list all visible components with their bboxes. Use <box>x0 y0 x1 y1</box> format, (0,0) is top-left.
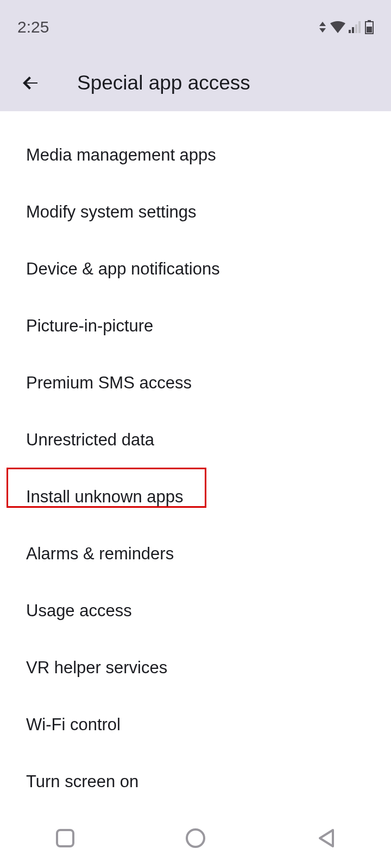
list-item-label: Modify system settings <box>26 202 197 222</box>
list-item-label: Device & app notifications <box>26 259 220 279</box>
settings-list: Media management apps Modify system sett… <box>0 111 391 810</box>
list-item-label: Alarms & reminders <box>26 544 174 564</box>
status-icons <box>318 20 374 34</box>
svg-rect-7 <box>57 830 73 846</box>
svg-rect-3 <box>358 21 361 33</box>
list-item-label: Turn screen on <box>26 772 138 792</box>
list-item-usage-access[interactable]: Usage access <box>0 582 391 639</box>
list-item-unrestricted-data[interactable]: Unrestricted data <box>0 411 391 468</box>
list-item-label: VR helper services <box>26 658 167 678</box>
svg-rect-0 <box>349 30 351 33</box>
app-bar: Special app access <box>0 54 391 111</box>
nav-home-button[interactable] <box>182 825 209 852</box>
circle-icon <box>185 828 206 848</box>
nav-recent-button[interactable] <box>52 825 79 852</box>
list-item-label: Picture-in-picture <box>26 316 153 336</box>
svg-rect-6 <box>367 27 372 33</box>
list-item-label: Wi-Fi control <box>26 715 121 735</box>
list-item-premium-sms[interactable]: Premium SMS access <box>0 354 391 411</box>
arrow-back-icon <box>21 73 41 93</box>
list-item-label: Install unknown apps <box>26 487 184 507</box>
list-item-turn-screen-on[interactable]: Turn screen on <box>0 753 391 810</box>
status-time: 2:25 <box>17 18 49 36</box>
data-icon <box>318 22 327 33</box>
list-item-label: Unrestricted data <box>26 430 154 450</box>
list-item-media-management[interactable]: Media management apps <box>0 126 391 183</box>
page-title: Special app access <box>77 72 250 94</box>
list-item-wifi-control[interactable]: Wi-Fi control <box>0 696 391 753</box>
wifi-icon <box>330 21 345 33</box>
back-button[interactable] <box>17 69 45 97</box>
list-item-alarms-reminders[interactable]: Alarms & reminders <box>0 525 391 582</box>
list-item-modify-system-settings[interactable]: Modify system settings <box>0 183 391 240</box>
list-item-label: Media management apps <box>26 145 216 165</box>
square-icon <box>56 829 74 847</box>
navigation-bar <box>0 808 391 868</box>
svg-rect-1 <box>352 27 354 33</box>
signal-icon <box>349 21 362 33</box>
list-item-label: Premium SMS access <box>26 373 192 393</box>
list-item-vr-helper[interactable]: VR helper services <box>0 639 391 696</box>
list-item-label: Usage access <box>26 601 132 621</box>
svg-point-8 <box>187 829 204 847</box>
list-item-device-notifications[interactable]: Device & app notifications <box>0 240 391 297</box>
svg-rect-2 <box>355 24 357 33</box>
nav-back-button[interactable] <box>312 825 339 852</box>
triangle-back-icon <box>317 828 335 848</box>
status-bar: 2:25 <box>0 0 391 54</box>
battery-icon <box>365 20 374 34</box>
list-item-install-unknown-apps[interactable]: Install unknown apps <box>0 468 391 525</box>
list-item-picture-in-picture[interactable]: Picture-in-picture <box>0 297 391 354</box>
